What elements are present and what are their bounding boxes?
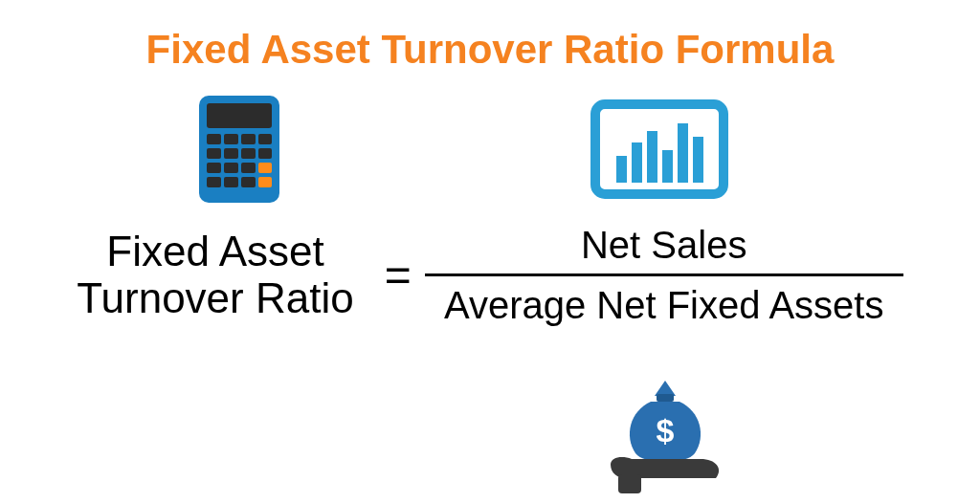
svg-rect-15 <box>224 177 238 187</box>
svg-rect-8 <box>241 148 256 159</box>
formula-lhs: Fixed Asset Turnover Ratio <box>77 229 370 321</box>
svg-rect-10 <box>207 163 221 173</box>
svg-rect-1 <box>207 103 272 128</box>
svg-rect-13 <box>258 163 272 173</box>
svg-rect-12 <box>241 163 256 173</box>
svg-rect-5 <box>258 134 272 144</box>
svg-rect-3 <box>224 134 238 144</box>
chart-icon <box>588 97 731 206</box>
svg-rect-2 <box>207 134 221 144</box>
calculator-icon <box>191 92 287 210</box>
svg-rect-16 <box>241 177 256 187</box>
svg-rect-9 <box>258 148 272 159</box>
svg-rect-20 <box>632 142 642 183</box>
svg-rect-11 <box>224 163 238 173</box>
svg-rect-19 <box>616 156 627 183</box>
fraction-numerator: Net Sales <box>581 220 746 272</box>
svg-rect-17 <box>258 177 272 187</box>
lhs-line2: Turnover Ratio <box>77 275 353 321</box>
fraction-bar <box>425 273 903 276</box>
formula-fraction: Net Sales Average Net Fixed Assets <box>425 220 903 330</box>
money-bag-hand-icon: $ <box>593 373 737 501</box>
fraction-denominator: Average Net Fixed Assets <box>444 278 884 330</box>
svg-rect-18 <box>595 104 724 194</box>
svg-text:$: $ <box>657 412 675 448</box>
page-title: Fixed Asset Turnover Ratio Formula <box>0 0 980 73</box>
svg-rect-6 <box>207 148 221 159</box>
svg-rect-25 <box>657 394 674 402</box>
svg-rect-14 <box>207 177 221 187</box>
svg-rect-22 <box>662 150 673 183</box>
svg-rect-27 <box>618 474 641 493</box>
svg-rect-21 <box>647 131 657 183</box>
formula: Fixed Asset Turnover Ratio = Net Sales A… <box>0 210 980 330</box>
icons-row <box>0 73 980 210</box>
svg-rect-4 <box>241 134 256 144</box>
equals-sign: = <box>371 249 425 301</box>
svg-rect-7 <box>224 148 238 159</box>
svg-rect-24 <box>693 137 703 183</box>
svg-rect-23 <box>678 123 688 183</box>
lhs-line1: Fixed Asset <box>77 229 353 274</box>
